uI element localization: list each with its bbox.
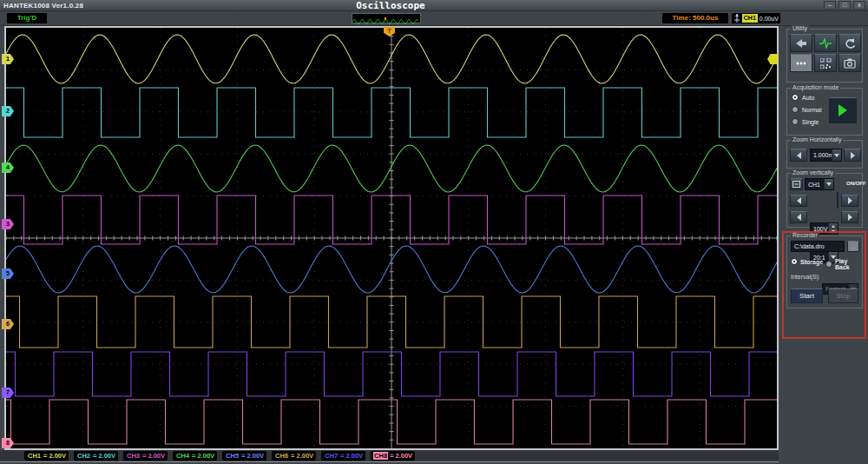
channel-coupling-icon: = bbox=[192, 452, 195, 460]
radio-storage-label: Storage bbox=[800, 259, 823, 265]
waveform-preview[interactable] bbox=[352, 13, 421, 23]
radio-normal-label: Normal bbox=[802, 107, 822, 113]
mini-waveform-icon bbox=[352, 17, 420, 26]
channel-badge-name: CH3 bbox=[126, 452, 141, 460]
channel-badge-ch7[interactable]: CH7=2.00V bbox=[321, 451, 365, 461]
radio-storage[interactable]: Storage bbox=[791, 258, 823, 265]
channel-badge-ch2[interactable]: CH2=2.00V bbox=[74, 451, 118, 461]
spinner-arrows[interactable] bbox=[828, 223, 838, 234]
trigger-level-icon bbox=[733, 14, 740, 23]
channel-badge-ch4[interactable]: CH4=2.00V bbox=[173, 451, 217, 461]
channel-badge-ch8[interactable]: CH8=2.00V bbox=[371, 451, 415, 461]
timebase-decrease-button[interactable] bbox=[790, 149, 807, 162]
channel-badge-value: 2.00V bbox=[197, 452, 214, 460]
channel-badge-name: CH4 bbox=[175, 452, 190, 460]
recorder-group-label: Recorder bbox=[791, 232, 819, 238]
waveform-icon bbox=[819, 38, 832, 49]
trigger-status-badge: Trig'D bbox=[7, 13, 47, 23]
zoom-horizontal-group: Zoom Horizontally 1.000ms bbox=[786, 140, 863, 169]
screenshot-button[interactable] bbox=[838, 54, 861, 72]
radio-single[interactable]: Single bbox=[792, 118, 822, 125]
channel-badge-ch3[interactable]: CH3=2.00V bbox=[123, 451, 168, 461]
channel-tool-button[interactable] bbox=[790, 178, 803, 190]
channel-badge-name: CH8 bbox=[373, 452, 388, 460]
maximize-button[interactable]: □ bbox=[838, 1, 851, 10]
onoff-label: ON/OFF bbox=[846, 181, 866, 186]
channel-badge-name: CH6 bbox=[274, 452, 289, 460]
radio-auto[interactable]: Auto bbox=[792, 94, 822, 101]
channel-badge-ch5[interactable]: CH5=2.00V bbox=[222, 451, 266, 461]
channel-coupling-icon: = bbox=[142, 452, 146, 460]
zoom-vertical-group: Zoom vertically CH1 ON/OFF 100V 20:1 bbox=[786, 173, 863, 228]
start-button[interactable]: Start bbox=[791, 288, 823, 303]
radio-normal[interactable]: Normal bbox=[792, 106, 822, 113]
channel-badge-name: CH7 bbox=[324, 452, 339, 460]
volts-decrease-button[interactable] bbox=[790, 195, 807, 207]
stop-button: Stop bbox=[828, 288, 858, 303]
left-arrow-icon bbox=[797, 197, 801, 204]
channel-onoff-checkbox[interactable] bbox=[837, 192, 838, 209]
radio-normal-icon bbox=[792, 106, 799, 113]
window-title: HANTEK1008 Ver1.0.28 bbox=[3, 2, 83, 10]
ellipsis-icon bbox=[795, 58, 807, 69]
dropdown-arrow-icon[interactable] bbox=[832, 149, 841, 161]
trigger-readout: CH1 0.00uV bbox=[732, 13, 780, 23]
undo-button[interactable] bbox=[838, 34, 861, 52]
radio-auto-icon bbox=[792, 94, 799, 101]
waveform-button[interactable] bbox=[814, 34, 837, 52]
channel-badge-value: 2.00V bbox=[396, 452, 413, 460]
channel-badge-ch1[interactable]: CH1=2.00V bbox=[24, 451, 69, 461]
qr-code-button[interactable] bbox=[814, 54, 837, 72]
channel-coupling-icon: = bbox=[241, 452, 245, 460]
browse-button[interactable]: ... bbox=[847, 241, 859, 252]
channel-coupling-icon: = bbox=[340, 452, 344, 460]
right-arrow-icon bbox=[851, 152, 855, 159]
radio-playback[interactable]: Play Back bbox=[825, 258, 862, 270]
probe-decrease-button[interactable] bbox=[790, 211, 807, 223]
channel-badge-name: CH2 bbox=[76, 452, 91, 460]
recorder-group: Recorder C:\data.dro ... Storage Play Ba… bbox=[786, 235, 863, 308]
app-title: Oscilloscope bbox=[330, 0, 451, 11]
zoom-vertical-label: Zoom vertically bbox=[791, 169, 835, 176]
timebase-select[interactable]: 1.000ms bbox=[810, 149, 842, 162]
channel-badge-value: 2.00V bbox=[247, 452, 264, 460]
timebase-increase-button[interactable] bbox=[844, 149, 861, 162]
volts-increase-button[interactable] bbox=[841, 195, 858, 207]
run-button[interactable] bbox=[829, 97, 857, 123]
channel-badge-value: 2.00V bbox=[98, 452, 115, 460]
scope-display[interactable]: T 12435678 bbox=[4, 26, 779, 450]
more-options-button[interactable] bbox=[790, 54, 812, 72]
toolbar: Trig'D Time: 500.0us CH1 0.00uV bbox=[0, 11, 868, 26]
probe-increase-button[interactable] bbox=[841, 211, 858, 223]
record-file-path: C:\data.dro bbox=[794, 243, 825, 249]
trigger-level-value: 0.00uV bbox=[760, 16, 779, 22]
radio-single-icon bbox=[792, 118, 799, 125]
channel-status-bar: CH1=2.00VCH2=2.00VCH3=2.00VCH4=2.00VCH5=… bbox=[0, 450, 779, 461]
qr-code-icon bbox=[820, 58, 832, 69]
utility-buttons bbox=[790, 34, 861, 72]
channel-badge-name: CH1 bbox=[27, 452, 42, 460]
camera-icon bbox=[844, 58, 856, 69]
scope-plot bbox=[6, 28, 777, 448]
back-button[interactable] bbox=[790, 34, 812, 52]
close-button[interactable]: x bbox=[853, 1, 865, 10]
trigger-source-badge[interactable]: CH1 bbox=[742, 14, 758, 23]
timebase-readout: Time: 500.0us bbox=[662, 13, 728, 23]
channel-select[interactable]: CH1 bbox=[805, 178, 834, 190]
radio-playback-label: Play Back bbox=[835, 258, 862, 270]
channel-select-value: CH1 bbox=[808, 182, 820, 188]
utility-group-label: Utility bbox=[791, 25, 809, 31]
right-arrow-icon bbox=[848, 214, 852, 221]
channel-badge-ch6[interactable]: CH6=2.00V bbox=[272, 451, 316, 461]
channel-tool-icon bbox=[792, 181, 800, 188]
radio-playback-icon bbox=[825, 261, 832, 268]
acquisition-options: Auto Normal Single bbox=[792, 94, 822, 125]
radio-auto-label: Auto bbox=[802, 95, 814, 101]
dropdown-arrow-icon[interactable] bbox=[824, 179, 833, 189]
record-file-input[interactable]: C:\data.dro bbox=[791, 241, 845, 252]
right-arrow-icon bbox=[848, 197, 852, 204]
back-arrow-icon bbox=[795, 38, 807, 49]
interval-label: Interval(S) bbox=[791, 274, 819, 280]
left-arrow-icon bbox=[797, 152, 801, 159]
minimize-button[interactable]: – bbox=[824, 1, 836, 10]
